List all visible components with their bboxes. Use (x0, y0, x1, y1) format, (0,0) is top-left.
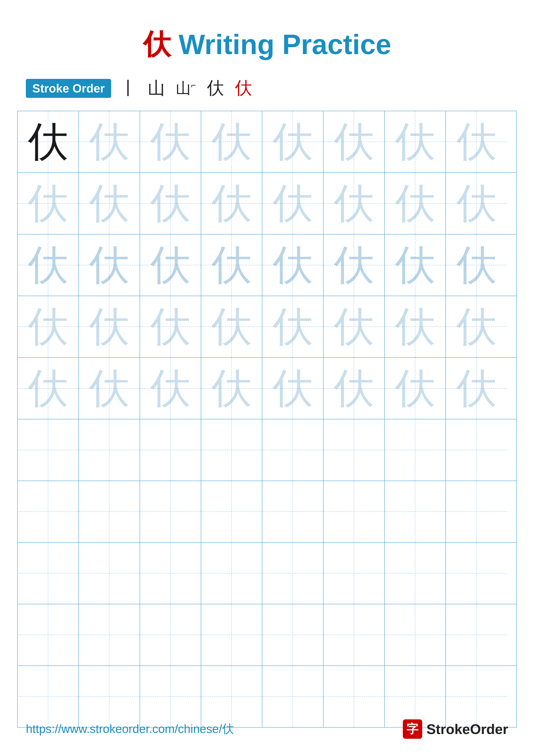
grid-cell[interactable]: 㐲 (446, 358, 507, 419)
stroke-3: 山⌐ (176, 78, 196, 98)
grid-cell[interactable]: 㐲 (201, 173, 262, 234)
grid-cell[interactable]: 㐲 (446, 173, 507, 234)
grid-cell[interactable]: 㐲 (385, 173, 446, 234)
grid-cell-empty[interactable] (18, 543, 79, 604)
footer: https://www.strokeorder.com/chinese/㐲 字 … (0, 719, 534, 739)
grid-cell[interactable]: 㐲 (323, 111, 385, 173)
grid-cell[interactable]: 㐲 (201, 234, 262, 296)
grid-cell[interactable]: 㐲 (262, 296, 323, 357)
grid-cell-empty[interactable] (79, 543, 140, 604)
grid-cell[interactable]: 㐲 (18, 234, 79, 296)
grid-cell-empty[interactable] (140, 666, 201, 727)
grid-row-8 (18, 543, 516, 604)
char-guide: 㐲 (211, 245, 252, 285)
char-guide: 㐲 (272, 306, 313, 347)
grid-cell[interactable]: 㐲 (79, 296, 140, 357)
grid-cell-empty[interactable] (385, 666, 446, 727)
grid-cell[interactable]: 㐲 (323, 358, 385, 419)
grid-cell-empty[interactable] (262, 604, 323, 665)
char-guide: 㐲 (333, 121, 374, 162)
grid-cell-empty[interactable] (140, 481, 201, 542)
grid-cell[interactable]: 㐲 (18, 358, 79, 419)
grid-cell[interactable]: 㐲 (323, 234, 385, 296)
grid-cell-empty[interactable] (201, 666, 262, 727)
grid-cell[interactable]: 㐲 (385, 296, 446, 357)
grid-cell-empty[interactable] (385, 543, 446, 604)
grid-cell[interactable]: 㐲 (446, 111, 507, 173)
grid-cell-empty[interactable] (201, 604, 262, 665)
grid-cell-empty[interactable] (262, 666, 323, 727)
grid-cell-empty[interactable] (18, 419, 79, 481)
grid-cell-empty[interactable] (201, 543, 262, 604)
char-guide: 㐲 (28, 368, 68, 409)
grid-cell-empty[interactable] (323, 543, 385, 604)
grid-cell-empty[interactable] (79, 604, 140, 665)
stroke-4: 㐲 (207, 77, 224, 100)
grid-cell-empty[interactable] (18, 666, 79, 727)
grid-cell[interactable]: 㐲 (140, 358, 201, 419)
grid-cell[interactable]: 㐲 (323, 173, 385, 234)
grid-cell[interactable]: 㐲 (262, 358, 323, 419)
grid-cell[interactable]: 㐲 (140, 173, 201, 234)
grid-cell[interactable]: 㐲 (79, 234, 140, 296)
grid-cell[interactable]: 㐲 (262, 234, 323, 296)
grid-cell[interactable]: 㐲 (79, 111, 140, 173)
strokeorder-logo-icon: 字 (403, 719, 422, 739)
strokeorder-logo-text: StrokeOrder (426, 721, 508, 737)
grid-cell[interactable]: 㐲 (140, 296, 201, 357)
grid-cell[interactable]: 㐲 (79, 173, 140, 234)
grid-cell-empty[interactable] (446, 543, 507, 604)
grid-cell[interactable]: 㐲 (79, 358, 140, 419)
grid-cell[interactable]: 㐲 (140, 234, 201, 296)
footer-url[interactable]: https://www.strokeorder.com/chinese/㐲 (26, 721, 234, 737)
char-guide: 㐲 (394, 368, 436, 409)
grid-cell-empty[interactable] (323, 666, 385, 727)
grid-cell[interactable]: 㐲 (201, 358, 262, 419)
grid-cell-empty[interactable] (323, 419, 385, 481)
grid-cell[interactable]: 㐲 (18, 296, 79, 357)
grid-cell-empty[interactable] (140, 604, 201, 665)
grid-cell-empty[interactable] (201, 481, 262, 542)
grid-cell[interactable]: 㐲 (201, 111, 262, 173)
grid-cell-empty[interactable] (262, 543, 323, 604)
grid-cell-empty[interactable] (385, 604, 446, 665)
char-guide: 㐲 (272, 368, 313, 409)
char-guide: 㐲 (394, 245, 436, 285)
grid-cell-empty[interactable] (79, 419, 140, 481)
char-guide: 㐲 (394, 183, 436, 224)
grid-cell-empty[interactable] (201, 419, 262, 481)
grid-cell[interactable]: 㐲 (323, 296, 385, 357)
grid-cell-empty[interactable] (446, 604, 507, 665)
grid-cell-empty[interactable] (323, 481, 385, 542)
grid-cell-empty[interactable] (79, 481, 140, 542)
grid-cell[interactable]: 㐲 (18, 111, 79, 173)
grid-cell[interactable]: 㐲 (446, 234, 507, 296)
grid-cell-empty[interactable] (79, 666, 140, 727)
grid-cell-empty[interactable] (446, 481, 507, 542)
grid-cell[interactable]: 㐲 (262, 111, 323, 173)
grid-cell[interactable]: 㐲 (262, 173, 323, 234)
grid-cell-empty[interactable] (385, 481, 446, 542)
grid-cell-empty[interactable] (18, 481, 79, 542)
grid-cell[interactable]: 㐲 (140, 111, 201, 173)
char-guide: 㐲 (89, 368, 130, 409)
grid-cell-empty[interactable] (262, 419, 323, 481)
grid-cell[interactable]: 㐲 (385, 111, 446, 173)
grid-cell[interactable]: 㐲 (18, 173, 79, 234)
char-guide: 㐲 (272, 121, 313, 162)
char-guide: 㐲 (89, 306, 130, 347)
footer-logo: 字 StrokeOrder (403, 719, 508, 739)
char-guide: 㐲 (89, 183, 130, 224)
grid-cell[interactable]: 㐲 (446, 296, 507, 357)
grid-cell[interactable]: 㐲 (385, 234, 446, 296)
grid-cell[interactable]: 㐲 (385, 358, 446, 419)
grid-cell-empty[interactable] (446, 666, 507, 727)
grid-cell-empty[interactable] (446, 419, 507, 481)
grid-cell-empty[interactable] (323, 604, 385, 665)
grid-cell-empty[interactable] (18, 604, 79, 665)
grid-cell-empty[interactable] (140, 419, 201, 481)
grid-cell-empty[interactable] (262, 481, 323, 542)
grid-cell-empty[interactable] (140, 543, 201, 604)
grid-cell[interactable]: 㐲 (201, 296, 262, 357)
grid-cell-empty[interactable] (385, 419, 446, 481)
